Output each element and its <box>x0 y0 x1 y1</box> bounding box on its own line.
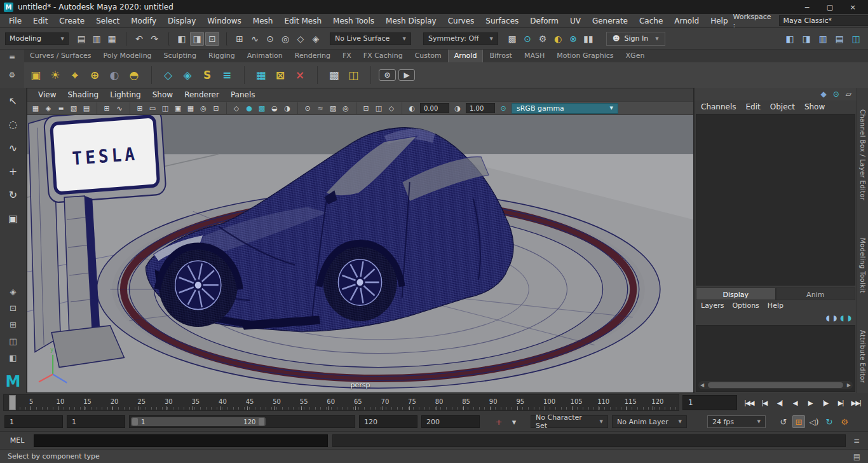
menu-item[interactable]: UV <box>565 15 586 27</box>
safe-title-icon[interactable]: ⊡ <box>210 102 222 114</box>
color-management-icon[interactable]: ⊙ <box>498 102 509 114</box>
shelf-tab[interactable]: Custom <box>409 50 447 62</box>
shelf-menu-icon[interactable]: ≡ <box>9 53 15 62</box>
hypershade-icon[interactable]: ◐ <box>551 32 565 46</box>
sign-in-button[interactable]: ☻ Sign In ▼ <box>606 32 665 46</box>
layout-outliner-icon[interactable]: ◧ <box>6 351 21 364</box>
range-slider[interactable]: 1 120 <box>129 415 355 428</box>
shelf-tab[interactable]: Sculpting <box>158 50 202 62</box>
menu-item[interactable]: Mesh <box>248 15 278 27</box>
safe-action-icon[interactable]: ◎ <box>198 102 209 114</box>
channel-box-menu-item[interactable]: Edit <box>746 102 761 111</box>
snap-to-grid-icon[interactable]: ⊞ <box>226 32 247 46</box>
horizontal-scrollbar[interactable]: ◀ ▶ <box>698 381 853 389</box>
playback-loop-icon[interactable]: ↺ <box>777 415 790 428</box>
shelf-tab[interactable]: XGen <box>620 50 651 62</box>
grid-toggle-icon[interactable]: ⊞ <box>130 102 146 114</box>
current-frame-field[interactable]: 1 <box>682 395 737 410</box>
multisample-icon[interactable]: ▨ <box>327 102 339 114</box>
pause-viewport-icon[interactable]: ▮▮ <box>581 32 595 46</box>
animation-start-field[interactable]: 1 <box>4 415 63 428</box>
standard-surface-icon[interactable]: ◇ <box>151 66 177 84</box>
select-component-icon[interactable]: ⊡ <box>205 32 219 46</box>
toggle-attribute-editor-icon[interactable]: ◧ <box>783 32 797 46</box>
mesh-light-icon[interactable]: ⌖ <box>66 66 84 84</box>
help-line-icon[interactable]: ▤ <box>853 452 860 461</box>
menu-item[interactable]: File <box>4 15 27 27</box>
camera-attributes-icon[interactable]: ≡ <box>55 102 67 114</box>
move-layer-up-icon[interactable]: ◖ <box>840 314 844 322</box>
animation-preferences-icon[interactable]: ⚙ <box>838 415 851 428</box>
undo-icon[interactable]: ↶ <box>126 32 146 46</box>
occlusion-icon[interactable]: ⊙ <box>297 102 313 114</box>
panel-menu-item[interactable]: Panels <box>225 90 261 100</box>
anim-layer-dropdown[interactable]: No Anim Layer ▼ <box>612 415 687 428</box>
select-tool-icon[interactable]: ↖ <box>5 93 22 108</box>
go-to-end-button[interactable]: ▶▶| <box>850 395 862 410</box>
menu-item[interactable]: Windows <box>202 15 247 27</box>
shadows-icon[interactable]: ◑ <box>281 102 293 114</box>
layout-four-pane-icon[interactable]: ⊞ <box>6 318 21 331</box>
mel-output[interactable] <box>332 434 846 447</box>
play-backwards-button[interactable]: ◀ <box>789 395 801 410</box>
menu-item[interactable]: Cache <box>634 15 668 27</box>
menu-item[interactable]: Edit <box>28 15 53 27</box>
render-view-icon[interactable]: ▩ <box>317 66 342 84</box>
open-scene-icon[interactable]: ▥ <box>90 32 104 46</box>
shelf-tab[interactable]: Bifrost <box>484 50 518 62</box>
range-end-handle[interactable] <box>259 418 264 425</box>
pin-icon[interactable]: ◆ <box>820 90 826 99</box>
range-start-handle[interactable] <box>132 418 138 425</box>
fps-dropdown[interactable]: 24 fps ▼ <box>707 415 766 428</box>
scrollbar-thumb[interactable] <box>708 382 843 388</box>
use-default-material-icon[interactable]: ◒ <box>269 102 280 114</box>
tx-manager-icon[interactable]: ⊠ <box>271 66 289 84</box>
scroll-right-icon[interactable]: ▶ <box>847 382 851 388</box>
menu-item[interactable]: Generate <box>587 15 633 27</box>
snap-to-curve-icon[interactable]: ∿ <box>248 32 262 46</box>
select-object-icon[interactable]: ◨ <box>190 32 204 46</box>
menu-item[interactable]: Create <box>54 15 90 27</box>
field-chart-icon[interactable]: ▦ <box>185 102 196 114</box>
menu-item[interactable]: Arnold <box>669 15 704 27</box>
menu-item[interactable]: Surfaces <box>480 15 524 27</box>
select-hierarchy-icon[interactable]: ◧ <box>168 32 189 46</box>
cached-playback-icon[interactable]: ↻ <box>823 415 836 428</box>
menu-item[interactable]: Display <box>163 15 201 27</box>
layer-menu-item[interactable]: Options <box>732 301 759 310</box>
channel-box-menu-item[interactable]: Channels <box>701 102 736 111</box>
shelf-tab[interactable]: MASH <box>519 50 550 62</box>
wireframe-icon[interactable]: ◇ <box>226 102 242 114</box>
snap-to-point-icon[interactable]: ⊙ <box>263 32 277 46</box>
motion-blur-icon[interactable]: ≈ <box>315 102 326 114</box>
redo-icon[interactable]: ↷ <box>147 32 161 46</box>
sequence-render-icon[interactable]: ▶ <box>398 66 416 84</box>
viewport-canvas[interactable]: TESLA <box>27 115 693 392</box>
arnold-renderview-icon[interactable]: ⊗ <box>566 32 580 46</box>
live-surface-field[interactable]: No Live Surface ▼ <box>330 32 411 45</box>
set-key-icon[interactable]: + <box>492 415 505 428</box>
curve-collector-icon[interactable]: S <box>198 66 216 84</box>
skydome-light-icon[interactable]: ☀ <box>46 66 64 84</box>
panel-menu-item[interactable]: Show <box>147 90 179 100</box>
physical-sky-icon[interactable]: ◓ <box>125 66 143 84</box>
new-empty-layer-icon[interactable]: ◖ <box>826 314 830 322</box>
step-back-frame-button[interactable]: |◀ <box>758 395 771 410</box>
step-back-key-button[interactable]: ◀| <box>773 395 786 410</box>
move-tool-icon[interactable]: + <box>5 163 22 179</box>
bookmark-icon[interactable]: ▧ <box>68 102 79 114</box>
snap-to-view-plane-icon[interactable]: ◇ <box>294 32 308 46</box>
play-forwards-button[interactable]: ▶ <box>804 395 817 410</box>
grease-pencil-icon[interactable]: ∿ <box>114 102 125 114</box>
menu-item[interactable]: Modify <box>126 15 161 27</box>
menu-item[interactable]: Mesh Tools <box>328 15 379 27</box>
snap-to-projected-center-icon[interactable]: ◎ <box>278 32 292 46</box>
symmetry-dropdown[interactable]: Symmetry: Off ▼ <box>423 32 498 45</box>
new-scene-icon[interactable]: ▤ <box>74 32 88 46</box>
render-settings-icon[interactable]: ⚙ <box>536 32 550 46</box>
shelf-tab[interactable]: Motion Graphics <box>551 50 619 62</box>
range-active-region[interactable]: 1 120 <box>131 417 266 426</box>
move-layer-down-icon[interactable]: ◗ <box>848 314 851 322</box>
menu-set-dropdown[interactable]: Modeling ▼ <box>5 32 69 45</box>
resolution-gate-icon[interactable]: ◫ <box>159 102 171 114</box>
